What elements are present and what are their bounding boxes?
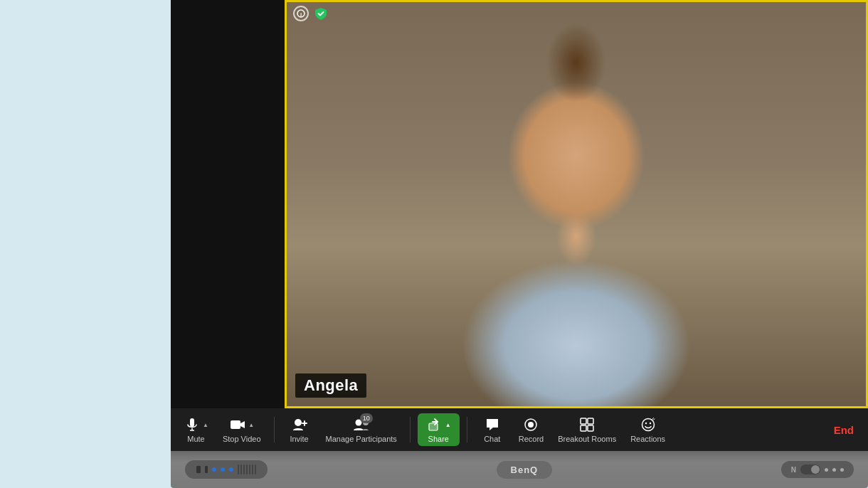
nfc-label: N	[791, 466, 796, 474]
record-icon	[522, 416, 539, 433]
end-button[interactable]: End	[827, 420, 861, 440]
svg-point-20	[645, 423, 646, 424]
speaker-grille	[238, 465, 256, 474]
record-label: Record	[519, 435, 544, 443]
chat-label: Chat	[484, 435, 500, 443]
stop-video-button[interactable]: ▲ Stop Video	[217, 413, 267, 446]
security-icon	[313, 6, 329, 21]
chat-icon	[484, 416, 501, 433]
stop-video-label: Stop Video	[223, 435, 261, 443]
toggle-switch[interactable]	[800, 465, 820, 474]
chat-button[interactable]: Chat	[475, 413, 510, 446]
mute-chevron[interactable]: ▲	[203, 422, 208, 428]
share-icon	[426, 416, 443, 433]
invite-button[interactable]: Invite	[282, 413, 317, 446]
invite-label: Invite	[290, 435, 308, 443]
toggle-knob	[811, 465, 820, 474]
svg-rect-17	[581, 425, 586, 431]
reactions-label: Reactions	[630, 435, 665, 443]
breakout-icon	[578, 416, 596, 433]
port-group	[185, 460, 268, 479]
separator-2	[410, 417, 411, 442]
brand-logo: BenQ	[497, 461, 553, 479]
reactions-button[interactable]: Reactions	[625, 413, 671, 446]
svg-rect-15	[581, 418, 586, 424]
svg-point-14	[528, 422, 534, 428]
monitor-bar: BenQ N	[171, 451, 868, 488]
mute-button[interactable]: ▲ Mute	[178, 413, 214, 446]
svg-text:i: i	[300, 11, 302, 18]
svg-rect-2	[190, 418, 194, 427]
svg-rect-16	[588, 418, 593, 424]
screen: i Angela	[171, 0, 868, 451]
usb-port-blue-2	[221, 467, 225, 472]
indicator-dot-2	[832, 468, 836, 472]
video-area: Angela	[171, 0, 868, 408]
separator-3	[467, 417, 467, 442]
microphone-icon	[184, 416, 201, 433]
info-icon: i	[293, 6, 309, 21]
separator-1	[274, 417, 275, 442]
participant-count: 10	[360, 413, 373, 423]
nfc-area: N	[781, 461, 854, 478]
svg-rect-11	[429, 423, 438, 430]
monitor-controls: N	[781, 461, 854, 478]
monitor-ports	[185, 460, 268, 479]
svg-rect-18	[588, 425, 593, 431]
main-video: Angela	[285, 0, 868, 408]
reactions-icon	[640, 416, 657, 433]
video-background: Angela	[287, 2, 866, 406]
connection-info: i	[293, 6, 329, 21]
usb-port-blue	[212, 467, 216, 472]
record-button[interactable]: Record	[513, 413, 549, 446]
indicator-dot-3	[840, 468, 844, 472]
toolbar: ▲ Mute ▲ Stop Video	[171, 408, 868, 451]
indicator-dot-1	[825, 468, 828, 472]
manage-participants-button[interactable]: 10 Manage Participants	[320, 413, 403, 446]
invite-icon	[291, 416, 308, 433]
video-chevron[interactable]: ▲	[248, 422, 254, 428]
breakout-rooms-label: Breakout Rooms	[558, 435, 616, 443]
share-chevron[interactable]: ▲	[445, 422, 451, 428]
monitor: i Angela	[171, 0, 868, 488]
participant-name: Angela	[295, 373, 366, 398]
svg-point-21	[649, 423, 650, 424]
svg-rect-5	[231, 420, 240, 429]
left-panel	[171, 0, 285, 408]
breakout-rooms-button[interactable]: Breakout Rooms	[552, 413, 622, 446]
share-label: Share	[428, 435, 449, 443]
svg-point-6	[295, 419, 302, 426]
participant-video	[287, 2, 866, 406]
manage-participants-label: Manage Participants	[326, 435, 397, 443]
camera-icon	[229, 416, 246, 433]
svg-point-19	[642, 419, 654, 431]
share-button[interactable]: ▲ Share	[418, 413, 460, 446]
usb-port-blue-3	[229, 467, 233, 472]
mute-label: Mute	[187, 435, 204, 443]
